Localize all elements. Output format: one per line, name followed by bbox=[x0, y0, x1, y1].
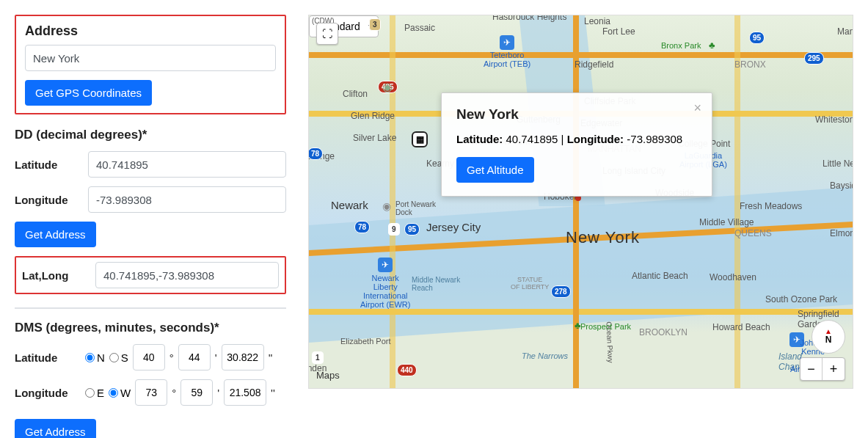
map-label-ridgefield: Ridgefield bbox=[575, 59, 613, 70]
dms-lon-label: Longitude bbox=[15, 387, 81, 399]
map-label-bayside: Bayside bbox=[830, 180, 853, 191]
map-label-elmont: Elmont bbox=[830, 228, 853, 238]
latlong-label: Lat,Long bbox=[22, 269, 88, 282]
airplane-icon: ✈ bbox=[378, 258, 393, 272]
map-label-newark-airport: Newark Liberty International Airport (EW… bbox=[360, 274, 410, 309]
map-label-bronx-park: Bronx Park bbox=[661, 41, 701, 50]
divider bbox=[15, 307, 286, 309]
poi-icon: ◉ bbox=[382, 80, 393, 94]
compass-arrow: ▲ bbox=[825, 329, 832, 335]
map-label-clifton: Clifton bbox=[343, 89, 368, 99]
maps-attribution: Maps bbox=[316, 370, 340, 381]
us-route-badge: 1 bbox=[312, 351, 324, 364]
map-label-atlantic-beach: Atlantic Beach bbox=[632, 271, 688, 281]
address-section: Address Get GPS Coordinates bbox=[15, 15, 286, 114]
get-gps-button[interactable]: Get GPS Coordinates bbox=[25, 80, 152, 106]
us-route-badge: 9 bbox=[388, 223, 400, 236]
map-label-prospect-park: Prospect Park bbox=[580, 322, 631, 331]
map-label-bronx: BRONX bbox=[734, 59, 766, 70]
interstate-badge: 278 bbox=[551, 285, 571, 298]
dd-lat-label: Latitude bbox=[15, 158, 81, 171]
map-label-brooklyn: BROOKLYN bbox=[639, 327, 688, 337]
interstate-badge: 95 bbox=[749, 32, 765, 44]
map-label-little-neck: Little Neck bbox=[823, 158, 853, 169]
map-label-narrows: The Narrows bbox=[522, 351, 568, 360]
map-label-manorha: Manorha bbox=[837, 26, 853, 37]
address-input[interactable] bbox=[25, 45, 276, 71]
close-icon[interactable]: × bbox=[693, 101, 701, 116]
map-label-whitestone: Whitestone bbox=[815, 114, 853, 125]
tree-icon: ♣ bbox=[575, 320, 581, 331]
dms-lat-label: Latitude bbox=[15, 351, 81, 364]
poi-icon: ◉ bbox=[382, 200, 391, 212]
map-label-teterboro: Teterboro Airport (TEB) bbox=[484, 51, 530, 68]
interstate-badge: 95 bbox=[404, 223, 420, 236]
zoom-control: − + bbox=[800, 357, 845, 381]
airplane-icon: ✈ bbox=[500, 35, 514, 50]
dms-lat-deg-input[interactable] bbox=[133, 344, 165, 371]
dms-lat-sec-input[interactable] bbox=[222, 344, 264, 371]
map-panel[interactable]: New York Newark Jersey City Hoboken BRON… bbox=[308, 15, 853, 389]
interstate-badge: 78 bbox=[354, 221, 370, 233]
map-label-newark: Newark bbox=[331, 199, 368, 211]
dms-get-address-button[interactable]: Get Address bbox=[15, 419, 96, 438]
map-label-leonia: Leonia bbox=[584, 16, 610, 26]
map-background[interactable]: New York Newark Jersey City Hoboken BRON… bbox=[309, 15, 853, 388]
dms-lon-sec-input[interactable] bbox=[224, 379, 266, 406]
latlong-section: Lat,Long bbox=[15, 256, 286, 294]
map-label-fresh-meadows: Fresh Meadows bbox=[740, 201, 802, 211]
map-label-passaic: Passaic bbox=[404, 23, 435, 33]
interstate-badge: 78 bbox=[308, 147, 323, 160]
dms-lat-s-radio[interactable]: S bbox=[109, 351, 128, 364]
dms-lat-n-radio[interactable]: N bbox=[85, 351, 105, 364]
map-label-new-york: New York bbox=[566, 228, 640, 247]
map-label-fort-lee: Fort Lee bbox=[602, 26, 635, 37]
dms-lon-w-radio[interactable]: W bbox=[109, 387, 131, 399]
map-label-jersey-city: Jersey City bbox=[426, 221, 481, 233]
map-label-south-ozone: South Ozone Park bbox=[765, 294, 837, 304]
map-label-woodhaven: Woodhaven bbox=[710, 272, 756, 282]
dms-lon-e-radio[interactable]: E bbox=[85, 387, 104, 399]
compass-icon[interactable]: ▲ N bbox=[812, 320, 845, 354]
route-badge: 3 bbox=[369, 18, 381, 31]
map-label-queens: QUEENS bbox=[734, 228, 772, 238]
zoom-out-button[interactable]: − bbox=[800, 358, 823, 380]
dd-heading: DD (decimal degrees)* bbox=[15, 128, 286, 142]
map-label-port-newark: Port Newark Dock bbox=[395, 200, 436, 216]
map-label-middle-reach: Middle Newark Reach bbox=[412, 276, 460, 292]
tree-icon: ♣ bbox=[709, 40, 715, 51]
dd-lon-input[interactable] bbox=[88, 186, 286, 213]
dms-heading: DMS (degrees, minutes, seconds)* bbox=[15, 321, 286, 335]
map-3d-toggle[interactable]: ▦ bbox=[412, 131, 428, 147]
map-label-statue: STATUE OF LIBERTY bbox=[511, 276, 549, 291]
map-label-silver-lake: Silver Lake bbox=[353, 133, 396, 143]
interstate-badge: 295 bbox=[804, 52, 824, 65]
dms-lat-min-input[interactable] bbox=[178, 344, 211, 371]
route-badge: 440 bbox=[397, 364, 417, 376]
dms-lon-min-input[interactable] bbox=[180, 379, 213, 406]
map-label-hasbrouck: Hasbrouck Heights bbox=[492, 15, 566, 22]
info-coords: Latitude: 40.741895 | Longitude: -73.989… bbox=[456, 133, 697, 145]
zoom-in-button[interactable]: + bbox=[823, 358, 845, 380]
map-label-howard-beach: Howard Beach bbox=[712, 322, 770, 332]
map-label-elizabeth-port: Elizabeth Port bbox=[340, 337, 390, 346]
fullscreen-icon[interactable]: ⛶ bbox=[316, 23, 338, 45]
dd-lat-input[interactable] bbox=[88, 151, 286, 178]
dd-get-address-button[interactable]: Get Address bbox=[15, 222, 96, 247]
map-label-glen-ridge: Glen Ridge bbox=[351, 111, 395, 121]
get-altitude-button[interactable]: Get Altitude bbox=[456, 157, 534, 183]
map-info-window: × New York Latitude: 40.741895 | Longitu… bbox=[441, 92, 712, 197]
address-title: Address bbox=[25, 23, 276, 39]
dms-lon-deg-input[interactable] bbox=[135, 379, 167, 406]
latlong-input[interactable] bbox=[95, 262, 279, 288]
dd-lon-label: Longitude bbox=[15, 194, 81, 206]
map-label-middle-village: Middle Village bbox=[699, 217, 754, 227]
info-title: New York bbox=[456, 106, 697, 123]
